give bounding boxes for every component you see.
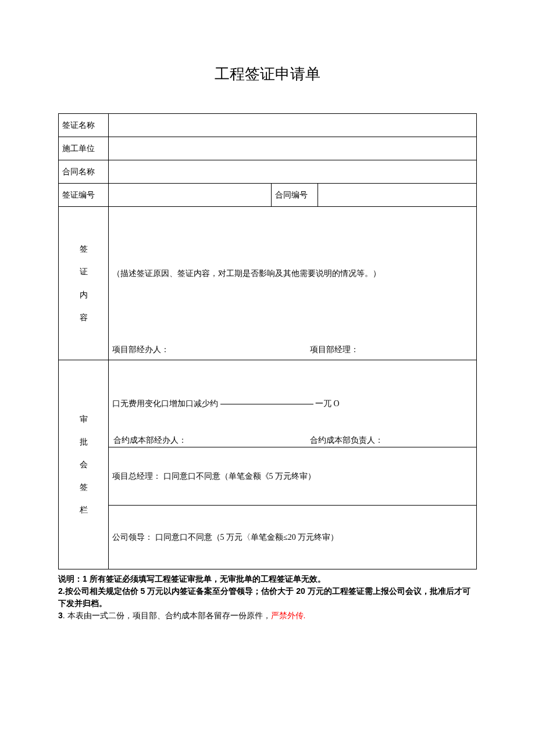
label-approval-c3: 签 xyxy=(62,476,105,499)
cost-change-amount-blank[interactable] xyxy=(220,404,313,404)
field-contract-number[interactable] xyxy=(318,184,477,207)
approval-company-leader-section[interactable]: 公司领导： 口同意口不同意（5 万元〈单笔金额≤20 万元终审） xyxy=(109,506,477,569)
label-project-manager: 项目部经理： xyxy=(275,345,473,355)
label-visa-number: 签证编号 xyxy=(59,184,109,207)
label-approval-c4: 栏 xyxy=(62,499,105,521)
field-contractor[interactable] xyxy=(109,137,477,160)
label-visa-content-c2: 内 xyxy=(62,284,105,306)
label-approval-column: 审 批 会 签 栏 xyxy=(59,360,109,569)
note-3: 3. 本表由一式二份，项目部、合约成本部各留存一份原件，严禁外传. xyxy=(58,610,477,622)
cost-change-suffix: 一兀 O xyxy=(315,399,340,408)
approval-pm-section[interactable]: 项目总经理： 口同意口不同意（单笔金额《5 万元终审） xyxy=(109,447,477,506)
note-1-num: 1 xyxy=(83,574,90,583)
label-approval-c2: 会 xyxy=(62,453,105,476)
pm-total-line: 项目总经理： 口同意口不同意（单笔金额《5 万元终审） xyxy=(112,472,316,481)
application-form-table: 签证名称 施工单位 合同名称 签证编号 合同编号 签 证 内 容 （描述签证原因… xyxy=(58,113,477,569)
field-visa-number[interactable] xyxy=(109,184,272,207)
note-1-text: 所有签证必须填写工程签证审批单，无审批单的工程签证单无效。 xyxy=(90,574,326,583)
note-prefix: 说明： xyxy=(58,574,83,583)
note-3-red: 严禁外传. xyxy=(271,611,306,620)
notes-section: 说明：1 所有签证必须填写工程签证审批单，无审批单的工程签证单无效。 2.按公司… xyxy=(58,573,477,622)
cost-change-prefix: 口无费用变化口增加口减少约 xyxy=(112,399,218,408)
note-3-num: 3 xyxy=(58,611,63,620)
visa-content-hint: （描述签证原因、签证内容，对工期是否影响及其他需要说明的情况等。） xyxy=(112,269,381,278)
label-visa-content-c1: 证 xyxy=(62,260,105,283)
field-contract-name[interactable] xyxy=(109,160,477,184)
label-visa-name: 签证名称 xyxy=(59,114,109,137)
note-3-text-a: . 本表由一式二份，项目部、合约成本部各留存一份原件， xyxy=(63,611,271,620)
company-leader-line: 公司领导： 口同意口不同意（5 万元〈单笔金额≤20 万元终审） xyxy=(112,533,338,542)
label-approval-c1: 批 xyxy=(62,431,105,453)
label-visa-content-c0: 签 xyxy=(62,238,105,260)
visa-content-signers: 项目部经办人： 项目部经理： xyxy=(109,341,477,360)
note-2-text: 按公司相关规定估价 5 万元以内签证备案至分管领导；估价大于 20 万元的工程签… xyxy=(58,586,470,608)
field-visa-content[interactable]: （描述签证原因、签证内容，对工期是否影响及其他需要说明的情况等。） xyxy=(109,207,477,341)
label-contract-name: 合同名称 xyxy=(59,160,109,184)
field-visa-name[interactable] xyxy=(109,114,477,137)
approval-cost-section[interactable]: 口无费用变化口增加口减少约 一兀 O 合约成本部经办人： 合约成本部负责人： xyxy=(109,360,477,447)
label-contract-number: 合同编号 xyxy=(272,184,318,207)
label-approval-c0: 审 xyxy=(62,408,105,431)
label-contractor: 施工单位 xyxy=(59,137,109,160)
label-cost-handler: 合约成本部经办人： xyxy=(113,435,275,446)
note-2-num: 2. xyxy=(58,586,65,596)
label-project-handler: 项目部经办人： xyxy=(112,345,275,355)
label-visa-content: 签 证 内 容 xyxy=(59,207,109,360)
note-1: 说明：1 所有签证必须填写工程签证审批单，无审批单的工程签证单无效。 xyxy=(58,573,477,585)
page-title: 工程签证申请单 xyxy=(58,64,477,84)
label-cost-leader: 合约成本部负责人： xyxy=(275,435,472,446)
label-visa-content-c3: 容 xyxy=(62,306,105,329)
note-2: 2.按公司相关规定估价 5 万元以内签证备案至分管领导；估价大于 20 万元的工… xyxy=(58,585,477,610)
